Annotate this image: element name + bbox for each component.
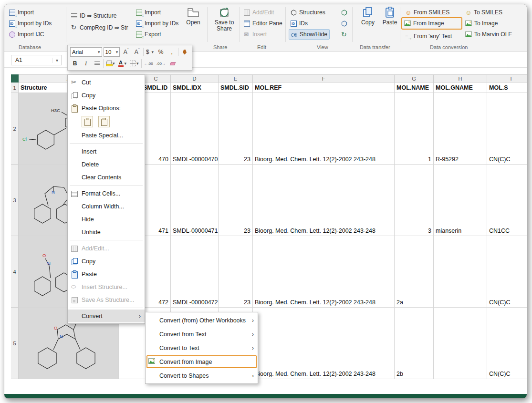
column-header-I[interactable]: I xyxy=(487,74,527,83)
row-header-1[interactable]: 1 xyxy=(11,83,19,93)
cell-C1[interactable]: SMDL.ID xyxy=(141,83,171,93)
menu-item-format-cells[interactable]: Format Cells... xyxy=(68,187,145,200)
menu-item-cut[interactable]: Cut xyxy=(68,76,145,89)
row-header-2[interactable]: 2 xyxy=(11,93,19,165)
menu-item-convert[interactable]: Convert› xyxy=(68,310,145,322)
cell-C3[interactable]: 471 xyxy=(141,165,171,236)
italic-button[interactable]: I xyxy=(81,59,91,68)
menu-item-insert-structure[interactable]: Insert Structure... xyxy=(68,280,145,293)
import-by-ids-button[interactable]: Import by IDs xyxy=(7,18,53,29)
comma-style-button[interactable]: , xyxy=(167,47,177,57)
menu-item-column-width[interactable]: Column Width... xyxy=(68,200,145,213)
font-name-select[interactable]: Arial ▾ xyxy=(70,47,102,57)
accounting-format-button[interactable]: $▾ xyxy=(145,47,155,57)
cell-E4[interactable]: 23 xyxy=(219,236,253,308)
font-size-select[interactable]: 10 ▾ xyxy=(104,47,120,57)
ids-button[interactable]: IDs xyxy=(289,18,310,29)
format-painter-button[interactable] xyxy=(180,47,189,57)
cell-I1[interactable]: MOL.S xyxy=(487,83,527,93)
save-to-share-button[interactable]: Save to Share xyxy=(210,7,238,42)
paste-option-formatting-button[interactable] xyxy=(82,116,93,127)
to-image-button[interactable]: To Image xyxy=(463,18,500,29)
cell-D4[interactable]: SMDL-00000472 xyxy=(171,236,219,308)
column-header-D[interactable]: D xyxy=(171,74,219,83)
percent-style-button[interactable]: % xyxy=(156,47,166,57)
cell-I2[interactable]: CN(C)C xyxy=(487,93,527,165)
column-header-E[interactable]: E xyxy=(219,74,253,83)
menu-item-unhide[interactable]: Unhide xyxy=(68,226,145,238)
menu-item-hide[interactable]: Hide xyxy=(68,213,145,226)
cell-C4[interactable]: 472 xyxy=(141,236,171,308)
row-header-4[interactable]: 4 xyxy=(11,236,19,308)
export-button[interactable]: Export xyxy=(134,29,163,40)
cell-E2[interactable]: 23 xyxy=(219,93,253,165)
cell-G1[interactable]: MOL.NAME xyxy=(395,83,434,93)
copy-button[interactable]: Copy xyxy=(357,7,378,42)
eraser-button[interactable] xyxy=(168,59,177,68)
import-2-button[interactable]: Import xyxy=(134,7,163,18)
cell-D1[interactable]: SMDL.IDX xyxy=(171,83,219,93)
id-to-structure-button[interactable]: ID ⇒ Structure xyxy=(69,10,118,21)
cell-D3[interactable]: SMDL-00000471 xyxy=(171,165,219,236)
cell-G4[interactable]: 2a xyxy=(395,236,434,308)
menu-item-copy[interactable]: Copy xyxy=(68,89,145,102)
submenu-item-convert-from-text[interactable]: Convert from Text› xyxy=(146,327,258,341)
submenu-item-convert-to-text[interactable]: Convert to Text› xyxy=(146,341,258,355)
cell-F3[interactable]: Bioorg. Med. Chem. Lett. 12(2)-2002 243-… xyxy=(253,165,395,236)
menu-item-structure-paste[interactable]: Paste xyxy=(68,268,145,280)
to-smiles-button[interactable]: ☺ To SMILES xyxy=(463,7,504,18)
shrink-font-button[interactable]: Aˇ xyxy=(132,47,142,57)
compreg-id-to-str-button[interactable]: CompReg ID ⇒ Str xyxy=(69,22,130,33)
import-button[interactable]: Import xyxy=(7,7,36,18)
to-marvin-ole-button[interactable]: To Marvin OLE xyxy=(463,29,514,40)
submenu-item-convert-from-image[interactable]: Convert from Image xyxy=(146,355,258,369)
menu-item-insert[interactable]: Insert xyxy=(68,145,145,158)
cell-H4[interactable] xyxy=(434,236,487,308)
cell-G5[interactable]: 2b xyxy=(395,308,434,379)
row-header-5[interactable]: 5 xyxy=(11,308,19,379)
cell-E3[interactable]: 23 xyxy=(219,165,253,236)
borders-button[interactable]: ▾ xyxy=(129,59,140,68)
view-structure-tool-button[interactable] xyxy=(339,7,349,18)
select-all-corner[interactable] xyxy=(11,74,19,83)
menu-item-paste-special[interactable]: Paste Special... xyxy=(68,129,145,142)
cell-F5[interactable]: Bioorg. Med. Chem. Lett. 12(2)-2002 243-… xyxy=(253,308,395,379)
menu-item-structure-copy[interactable]: Copy xyxy=(68,255,145,268)
open-button[interactable]: Open xyxy=(182,7,205,42)
from-image-button[interactable]: From Image xyxy=(401,17,462,30)
refresh-view-button[interactable]: ↻ xyxy=(339,29,349,40)
paste-option-values-button[interactable] xyxy=(98,116,110,127)
cell-G3[interactable]: 3 xyxy=(395,165,434,236)
cell-E1[interactable]: SMDL.SID xyxy=(219,83,253,93)
menu-item-clear-contents[interactable]: Clear Contents xyxy=(68,171,145,184)
cell-I4[interactable]: CN(C)C xyxy=(487,236,527,308)
bold-button[interactable]: B xyxy=(70,59,80,68)
import-ijc-button[interactable]: Import IJC xyxy=(7,29,46,40)
from-any-text-button[interactable]: From 'any' Text xyxy=(403,31,454,41)
cell-G2[interactable]: 1 xyxy=(395,93,434,165)
increase-decimal-button[interactable] xyxy=(143,59,154,68)
menu-item-add-edit[interactable]: Add/Edit... xyxy=(68,242,145,255)
cell-H3[interactable]: mianserin xyxy=(434,165,487,236)
fill-color-button[interactable]: ▾ xyxy=(105,59,116,68)
paste-button[interactable]: Paste xyxy=(379,7,400,42)
show-hide-button[interactable]: Show/Hide xyxy=(289,29,330,40)
align-center-button[interactable] xyxy=(92,59,102,68)
view-id-tool-button[interactable] xyxy=(339,18,349,29)
decrease-decimal-button[interactable] xyxy=(156,59,167,68)
cell-C2[interactable]: 470 xyxy=(141,93,171,165)
from-smiles-button[interactable]: ☺ From SMILES xyxy=(403,7,451,18)
grow-font-button[interactable]: Aˆ xyxy=(121,47,131,57)
add-edit-button[interactable]: Add/Edit xyxy=(242,7,276,18)
cell-I5[interactable]: CN(C)C xyxy=(487,308,527,379)
editor-pane-button[interactable]: Editor Pane xyxy=(242,18,284,29)
cell-F1[interactable]: MOL.REF xyxy=(253,83,395,93)
menu-item-delete[interactable]: Delete xyxy=(68,158,145,171)
cell-H5[interactable] xyxy=(434,308,487,379)
submenu-item-convert-from-other-workbooks[interactable]: Convert (from) Other Workbooks› xyxy=(146,313,258,327)
column-header-C[interactable]: C xyxy=(141,74,171,83)
menu-item-paste-options[interactable]: Paste Options: xyxy=(68,102,145,114)
submenu-item-convert-to-shapes[interactable]: Convert to Shapes› xyxy=(146,369,258,382)
cell-F2[interactable]: Bioorg. Med. Chem. Lett. 12(2)-2002 243-… xyxy=(253,93,395,165)
column-header-F[interactable]: F xyxy=(253,74,395,83)
